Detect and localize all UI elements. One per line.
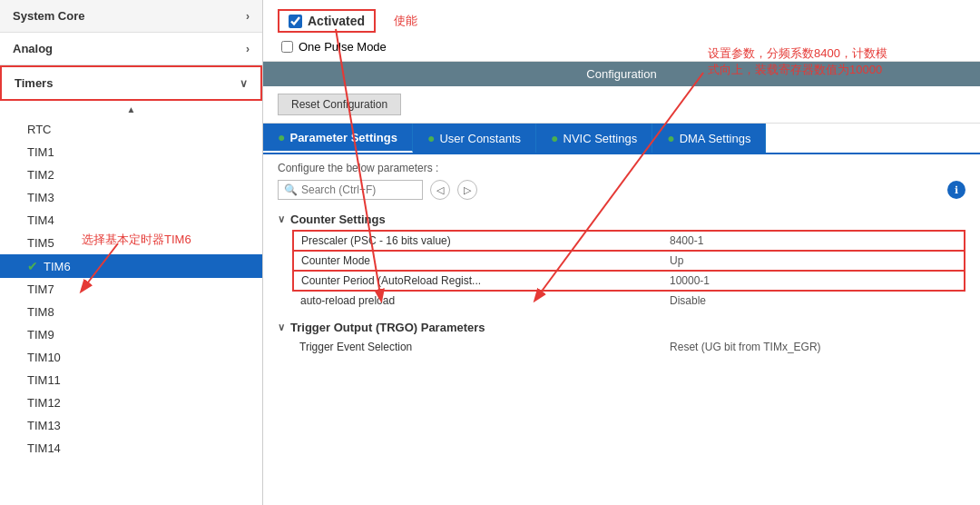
sidebar-section-analog-label: Analog [13,42,53,55]
section-trigger-output[interactable]: ∨ Trigger Output (TRGO) Parameters [278,317,965,338]
counter-settings-label: Counter Settings [290,213,386,226]
tim3-label: TIM3 [27,191,54,204]
tim1-label: TIM1 [27,145,54,159]
sidebar-section-timers[interactable]: Timers ∨ [0,65,262,101]
system-core-arrow: › [246,10,250,23]
one-pulse-label: One Pulse Mode [299,40,387,54]
tim9-label: TIM9 [27,328,54,342]
timers-arrow: ∨ [240,77,248,90]
trigger-chevron-icon: ∨ [278,322,285,333]
main-wrapper: Activated 使能 One Pulse Mode Configuratio… [263,0,980,505]
trigger-output-label: Trigger Output (TRGO) Parameters [290,321,485,334]
param-row-autoreload: auto-reload preload Disable [293,291,965,310]
counter-period-name: Counter Period (AutoReload Regist... [293,271,662,291]
activated-checkbox-wrap: Activated [278,9,376,33]
tim8-label: TIM8 [27,305,54,319]
scroll-up-indicator: ▲ [0,101,262,118]
sidebar-item-tim8[interactable]: TIM8 [0,301,262,323]
activated-chinese-label: 使能 [394,13,417,29]
tim6-label: TIM6 [44,260,71,273]
rtc-label: RTC [27,123,51,136]
tim14-label: TIM14 [27,441,61,455]
sidebar-item-tim4[interactable]: TIM4 [0,209,262,232]
one-pulse-checkbox[interactable] [281,41,293,53]
reset-area: Reset Configuration [263,86,980,124]
tab-parameter-settings[interactable]: ● Parameter Settings [263,124,413,153]
counter-period-value: 10000-1 [662,271,965,291]
sidebar-section-system-core[interactable]: System Core › [0,0,262,33]
activated-row: Activated 使能 [278,9,965,33]
nvic-tab-label: NVIC Settings [564,132,638,145]
param-tab-label: Parameter Settings [289,131,397,144]
param-tab-dot: ● [278,130,285,144]
counter-mode-name: Counter Mode [293,251,662,271]
search-icon: 🔍 [284,183,298,196]
analog-arrow: › [246,43,250,55]
sidebar-annotation-tim6: 选择基本定时器TIM6 [82,232,191,248]
sidebar-item-tim14[interactable]: TIM14 [0,437,262,460]
param-row-counter-mode: Counter Mode Up [293,251,965,271]
tab-nvic-settings[interactable]: ● NVIC Settings [536,124,652,153]
param-row-prescaler: Prescaler (PSC - 16 bits value) 8400-1 [293,231,965,251]
autoreload-value: Disable [662,291,965,310]
sidebar-item-tim11[interactable]: TIM11 [0,369,262,391]
chinese-note-text2: 式向上，装载寄存器数值为10000 [708,63,882,76]
counter-chevron-icon: ∨ [278,213,285,225]
sidebar-item-rtc[interactable]: RTC [0,118,262,141]
tim4-label: TIM4 [27,213,54,227]
sidebar-section-label: System Core [13,9,84,23]
search-input-wrap: 🔍 [278,180,423,200]
trigger-settings-table: Trigger Event Selection Reset (UG bit fr… [292,338,965,356]
sidebar-item-tim12[interactable]: TIM12 [0,391,262,414]
tim10-label: TIM10 [27,351,61,364]
tab-user-constants[interactable]: ● User Constants [413,124,536,153]
user-tab-label: User Constants [439,132,521,145]
sidebar-item-tim10[interactable]: TIM10 [0,346,262,369]
sidebar-section-analog[interactable]: Analog › [0,33,262,65]
tabs-row: ● Parameter Settings ● User Constants ● … [263,124,980,154]
dma-tab-label: DMA Settings [680,132,751,145]
nav-next-button[interactable]: ▷ [457,180,477,200]
trigger-event-name: Trigger Event Selection [292,338,662,356]
tim2-label: TIM2 [27,168,54,182]
autoreload-name: auto-reload preload [293,291,662,310]
nvic-tab-dot: ● [551,131,558,145]
sidebar-item-tim3[interactable]: TIM3 [0,186,262,209]
sidebar-item-tim7[interactable]: TIM7 [0,278,262,301]
user-tab-dot: ● [427,131,435,145]
activated-checkbox[interactable] [289,15,302,28]
tim6-check-icon: ✔ [27,259,38,273]
search-input[interactable] [301,183,410,196]
prescaler-name: Prescaler (PSC - 16 bits value) [293,231,662,251]
sidebar-item-tim9[interactable]: TIM9 [0,323,262,346]
chinese-note-params: 设置参数，分频系数8400，计数模 式向上，装载寄存器数值为10000 [708,45,887,78]
sidebar-item-tim13[interactable]: TIM13 [0,414,262,437]
param-row-counter-period: Counter Period (AutoReload Regist... 100… [293,271,965,291]
info-button[interactable]: ℹ [947,181,965,199]
section-counter-settings[interactable]: ∨ Counter Settings [278,209,965,230]
tim11-label: TIM11 [27,373,61,387]
tim7-label: TIM7 [27,282,54,296]
tim13-label: TIM13 [27,419,61,432]
tab-dma-settings[interactable]: ● DMA Settings [652,124,766,153]
prescaler-value: 8400-1 [662,231,965,251]
reset-config-button[interactable]: Reset Configuration [278,94,401,115]
tim12-label: TIM12 [27,396,61,410]
sidebar-item-tim6[interactable]: ✔ TIM6 [0,254,262,278]
activated-label: Activated [308,14,365,28]
tim5-label: TIM5 [27,236,54,250]
nav-prev-button[interactable]: ◁ [430,180,450,200]
counter-mode-value: Up [662,251,965,271]
sidebar-item-tim2[interactable]: TIM2 [0,163,262,186]
sidebar-item-tim1[interactable]: TIM1 [0,141,262,163]
content-area: Configure the below parameters : 🔍 ◁ ▷ ℹ… [263,154,980,505]
sidebar-timers-subsection: ▲ RTC TIM1 TIM2 TIM3 TIM4 TIM5 ✔ TIM6 [0,101,262,460]
trigger-event-value: Reset (UG bit from TIMx_EGR) [662,338,965,356]
search-row: 🔍 ◁ ▷ ℹ [278,180,965,200]
chinese-note-text: 设置参数，分频系数8400，计数模 [708,46,887,60]
sidebar-section-timers-label: Timers [15,76,53,90]
dma-tab-dot: ● [667,131,674,145]
configure-label: Configure the below parameters : [278,162,965,174]
param-row-trigger-event: Trigger Event Selection Reset (UG bit fr… [292,338,965,356]
counter-settings-table: Prescaler (PSC - 16 bits value) 8400-1 C… [292,230,965,310]
